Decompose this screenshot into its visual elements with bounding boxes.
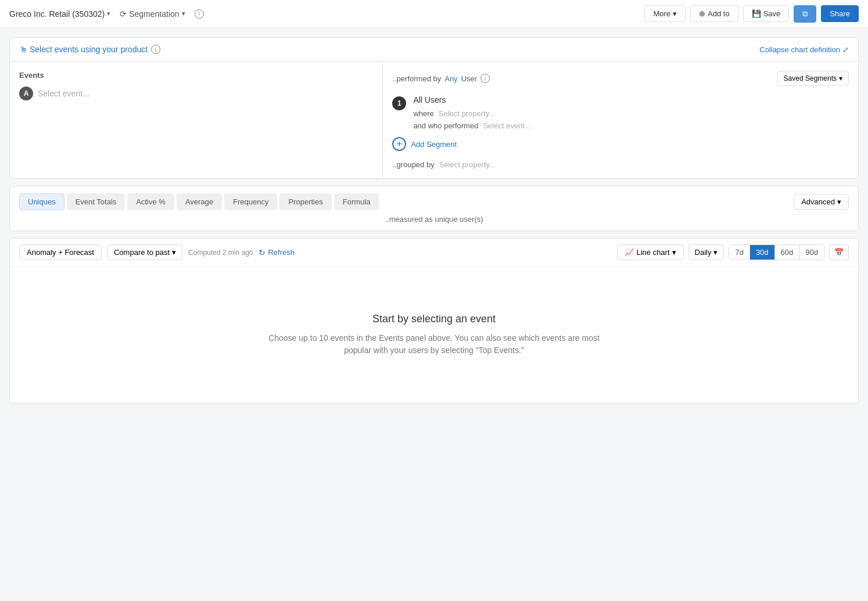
segment-number: 1: [392, 96, 406, 110]
org-selector[interactable]: Greco Inc. Retail (350302) ▾: [9, 9, 110, 19]
more-label: More: [653, 9, 670, 18]
collapse-label: Collapse chart definition: [759, 45, 840, 54]
add-segment-label: Add Segment: [411, 140, 457, 149]
share-label: Share: [830, 9, 850, 18]
performed-header: ..performed by Any User i Saved Segments…: [392, 71, 849, 86]
add-segment-icon: +: [392, 137, 406, 151]
segment-where-row: where Select property...: [413, 109, 849, 118]
computed-text: Computed 2 min ago: [188, 249, 253, 257]
select-events-link[interactable]: 🖱 Select events using your product: [19, 45, 148, 54]
select-events-text: Select events using your product: [30, 45, 148, 54]
compare-label: Compare to past: [114, 248, 170, 257]
chart-toolbar-right: 📈 Line chart ▾ Daily ▾ 7d30d60d90d 📅: [617, 244, 849, 260]
refresh-button[interactable]: ↻ Refresh: [259, 248, 295, 257]
compare-to-past-button[interactable]: Compare to past ▾: [107, 244, 182, 260]
nav-right: More ▾ ⊕ Add to 💾 Save ⧉ Share: [644, 5, 859, 23]
segment-row-1: 1 All Users where Select property... and…: [392, 95, 849, 130]
cursor-icon: 🖱: [19, 45, 27, 54]
chart-def-body: Events A Select event... ..performed by …: [10, 62, 858, 178]
segment-who-row: and who performed Select event...: [413, 121, 849, 130]
add-to-label: Add to: [708, 9, 730, 18]
event-row-a: A Select event...: [19, 87, 373, 100]
add-icon: ⊕: [699, 9, 705, 18]
chart-def-header: 🖱 Select events using your product i Col…: [10, 38, 858, 62]
metric-tab-average[interactable]: Average: [177, 193, 222, 210]
performed-info-icon[interactable]: i: [480, 74, 490, 83]
refresh-label: Refresh: [268, 248, 295, 257]
metric-tab-formula[interactable]: Formula: [334, 193, 379, 210]
who-event-select[interactable]: Select event...: [483, 121, 530, 130]
anomaly-label: Anomaly + Forecast: [27, 248, 94, 257]
metric-tab-frequency[interactable]: Frequency: [224, 193, 277, 210]
grouped-by-select[interactable]: Select property...: [439, 160, 496, 169]
interval-button[interactable]: Daily ▾: [688, 244, 724, 260]
and-who-label: and who performed: [413, 121, 478, 130]
chart-type-button[interactable]: 📈 Line chart ▾: [617, 244, 683, 260]
chart-type-label: Line chart: [636, 248, 669, 257]
more-button[interactable]: More ▾: [644, 5, 686, 22]
org-name: Greco Inc. Retail (350302): [9, 9, 105, 19]
segmentation-chevron-icon: ▾: [182, 10, 185, 17]
performed-title: ..performed by Any User i: [392, 74, 490, 83]
line-chart-icon: 📈: [625, 248, 634, 257]
time-range-btn-60d[interactable]: 60d: [775, 245, 800, 260]
grouped-by-label: ..grouped by: [392, 160, 434, 169]
add-segment-row[interactable]: + Add Segment: [392, 137, 849, 151]
saved-segments-button[interactable]: Saved Segments ▾: [777, 71, 849, 86]
chart-panel: Anomaly + Forecast Compare to past ▾ Com…: [9, 238, 859, 404]
advanced-label: Advanced: [801, 197, 835, 206]
metric-tab-active-pct[interactable]: Active %: [127, 193, 174, 210]
any-link[interactable]: Any: [444, 74, 457, 83]
more-chevron-icon: ▾: [673, 9, 677, 18]
time-range-btn-90d[interactable]: 90d: [799, 245, 824, 260]
save-button[interactable]: 💾 Save: [743, 5, 790, 22]
segmentation-nav[interactable]: ⟳ Segmentation ▾: [120, 9, 185, 19]
measured-as-text: ..measured as unique user(s): [19, 215, 849, 224]
select-event-input[interactable]: Select event...: [38, 89, 89, 98]
time-range-group: 7d30d60d90d: [729, 244, 824, 260]
chart-def-header-left: 🖱 Select events using your product i: [19, 45, 160, 54]
saved-segments-chevron-icon: ▾: [839, 74, 842, 82]
empty-state-title: Start by selecting an event: [372, 313, 496, 325]
time-range-btn-7d[interactable]: 7d: [729, 245, 749, 260]
where-label: where: [413, 109, 433, 118]
metrics-bar: UniquesEvent TotalsActive %AverageFreque…: [9, 186, 859, 231]
metric-tab-uniques[interactable]: Uniques: [19, 193, 64, 210]
empty-state-description: Choose up to 10 events in the Events pan…: [260, 332, 608, 357]
metric-tab-properties[interactable]: Properties: [279, 193, 331, 210]
chart-toolbar: Anomaly + Forecast Compare to past ▾ Com…: [10, 239, 858, 267]
grouped-by-row: ..grouped by Select property...: [392, 160, 849, 169]
advanced-button[interactable]: Advanced ▾: [794, 194, 849, 210]
select-events-info-icon[interactable]: i: [151, 45, 160, 54]
copy-button[interactable]: ⧉: [794, 5, 816, 23]
compare-chevron-icon: ▾: [172, 248, 176, 257]
where-property-select[interactable]: Select property...: [439, 109, 495, 118]
segmentation-icon: ⟳: [120, 9, 127, 19]
refresh-icon: ↻: [259, 248, 266, 257]
event-badge-a: A: [19, 87, 33, 100]
interval-label: Daily: [695, 248, 712, 257]
share-button[interactable]: Share: [821, 5, 859, 22]
chart-empty-state: Start by selecting an event Choose up to…: [10, 267, 858, 403]
top-nav: Greco Inc. Retail (350302) ▾ ⟳ Segmentat…: [0, 0, 868, 28]
calendar-button[interactable]: 📅: [829, 244, 849, 260]
save-label: Save: [763, 9, 781, 18]
metrics-tabs-row: UniquesEvent TotalsActive %AverageFreque…: [19, 193, 849, 210]
metric-tab-event-totals[interactable]: Event Totals: [67, 193, 125, 210]
events-label: Events: [19, 71, 373, 80]
main-content: 🖱 Select events using your product i Col…: [0, 28, 868, 413]
info-icon[interactable]: i: [195, 9, 204, 19]
collapse-chart-link[interactable]: Collapse chart definition ⤢: [759, 45, 849, 54]
segment-details: All Users where Select property... and w…: [413, 95, 849, 130]
metrics-tabs: UniquesEvent TotalsActive %AverageFreque…: [19, 193, 379, 210]
anomaly-forecast-button[interactable]: Anomaly + Forecast: [19, 244, 102, 260]
add-to-button[interactable]: ⊕ Add to: [690, 5, 738, 22]
calendar-icon: 📅: [834, 248, 844, 257]
user-text: User: [461, 74, 477, 83]
save-icon: 💾: [752, 9, 761, 18]
performed-prefix: ..performed by: [392, 74, 441, 83]
segment-title: All Users: [413, 95, 849, 105]
interval-chevron-icon: ▾: [713, 248, 718, 257]
events-panel: Events A Select event...: [10, 62, 383, 178]
time-range-btn-30d[interactable]: 30d: [750, 245, 775, 260]
